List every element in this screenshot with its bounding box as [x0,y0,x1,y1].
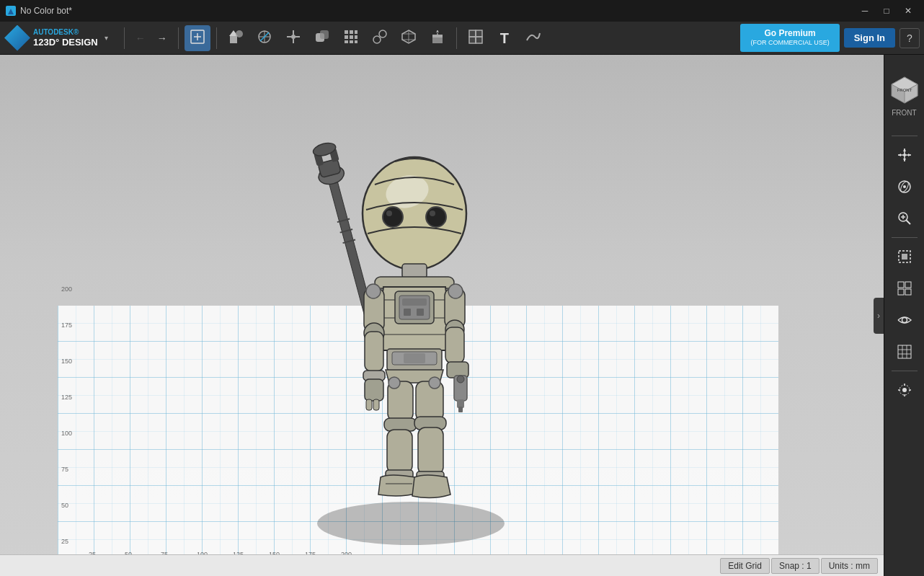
svg-point-111 [388,377,400,389]
pattern-button[interactable] [338,25,364,51]
svg-marker-123 [898,154,901,156]
material-button[interactable] [396,25,422,51]
svg-point-68 [363,157,466,270]
svg-text:175: 175 [61,322,72,329]
svg-rect-82 [404,309,411,316]
main-area: 25 50 75 100 125 150 175 200 25 50 75 10… [0,55,924,576]
perspective-icon [897,280,912,296]
svg-point-139 [902,318,907,323]
svg-rect-22 [350,35,353,39]
pan-button[interactable] [890,141,919,169]
svg-rect-35 [476,30,482,37]
visibility-button[interactable] [890,306,919,334]
maximize-button[interactable]: □ [876,1,897,21]
extrude-button[interactable] [425,25,450,51]
svg-rect-81 [402,298,427,306]
app-icon [6,6,16,16]
svg-rect-104 [387,430,412,473]
viewport[interactable]: 25 50 75 100 125 150 175 200 25 50 75 10… [0,55,884,576]
svg-point-125 [903,154,906,156]
view-cube[interactable]: FRONT FRONT [884,61,925,125]
svg-rect-135 [898,282,904,288]
text-icon: T [500,31,509,45]
collapse-tab[interactable]: › [874,298,884,334]
svg-rect-5 [230,36,237,43]
edit-grid-button[interactable]: Edit Grid [720,558,770,574]
svg-rect-37 [476,37,482,43]
svg-rect-83 [417,309,424,316]
svg-text:200: 200 [61,285,72,293]
separator [124,27,125,49]
svg-point-113 [366,284,381,298]
svg-marker-122 [903,159,906,161]
svg-text:100: 100 [61,430,72,437]
forward-button[interactable]: → [152,28,172,48]
toolbar-right: Go Premium (FOR COMMERCIAL USE) Sign In … [740,24,920,52]
signin-button[interactable]: Sign In [844,28,895,48]
svg-marker-121 [903,149,906,151]
text-button[interactable]: T [492,25,517,51]
view-cube-label: FRONT [892,109,916,117]
svg-rect-24 [345,40,348,43]
svg-text:25: 25 [61,538,68,545]
help-button[interactable]: ? [899,28,920,48]
svg-rect-136 [905,282,911,288]
svg-point-73 [430,211,435,216]
sketch-button[interactable] [252,25,277,51]
measure-icon [372,29,388,47]
minimize-button[interactable]: ─ [855,1,875,21]
logo-brand: AUTODESK® [33,28,98,37]
orbit-button[interactable] [890,172,919,201]
back-button[interactable]: ← [130,28,151,48]
svg-rect-96 [445,327,464,363]
pan-icon [897,147,912,163]
svg-rect-93 [373,399,379,410]
modify-icon [314,29,330,47]
separator [456,27,457,49]
material-icon [401,29,417,47]
svg-rect-137 [898,289,904,295]
new-tool-button[interactable] [185,25,210,51]
svg-text:75: 75 [61,466,68,473]
construct-button[interactable] [280,25,306,51]
toolbar: AUTODESK® 123D° DESIGN ▾ ← → [0,22,924,55]
svg-text:50: 50 [61,502,68,509]
perspective-button[interactable] [890,274,919,303]
units-button[interactable]: Units : mm [821,558,878,574]
logo-text: AUTODESK® 123D° DESIGN [33,28,98,48]
go-premium-button[interactable]: Go Premium (FOR COMMERCIAL USE) [740,24,839,52]
svg-rect-107 [416,381,443,421]
snap-setting-button[interactable]: Snap : 1 [771,558,819,574]
svg-point-128 [903,185,906,188]
titlebar-left: No Color bot* [6,6,72,16]
svg-rect-91 [365,379,383,401]
orbit-icon [897,179,912,195]
spline-button[interactable] [520,25,546,51]
primitives-icon [228,29,244,47]
primitives-button[interactable] [223,25,249,51]
grid-icon [897,344,912,360]
grid-toggle-button[interactable] [890,337,919,366]
svg-point-71 [426,207,446,227]
right-panel: FRONT FRONT [884,55,924,576]
view-icon [468,29,484,47]
modify-button[interactable] [309,25,335,51]
snap-icon [897,382,912,398]
snap-button[interactable] [890,376,919,404]
logo-dropdown[interactable]: ▾ [101,32,112,44]
logo-area: AUTODESK® 123D° DESIGN ▾ [4,25,112,51]
svg-rect-30 [432,37,443,43]
svg-rect-86 [404,353,425,363]
separator [892,371,918,371]
zoom-button[interactable] [890,204,919,233]
svg-rect-36 [469,37,476,43]
svg-point-101 [457,376,464,383]
separator [892,237,918,238]
svg-point-72 [386,211,392,216]
fit-button[interactable] [890,242,919,271]
measure-button[interactable] [367,25,393,51]
close-button[interactable]: ✕ [898,1,918,21]
svg-rect-74 [402,264,427,278]
titlebar-title: No Color bot* [20,6,72,16]
view-button[interactable] [463,25,489,51]
